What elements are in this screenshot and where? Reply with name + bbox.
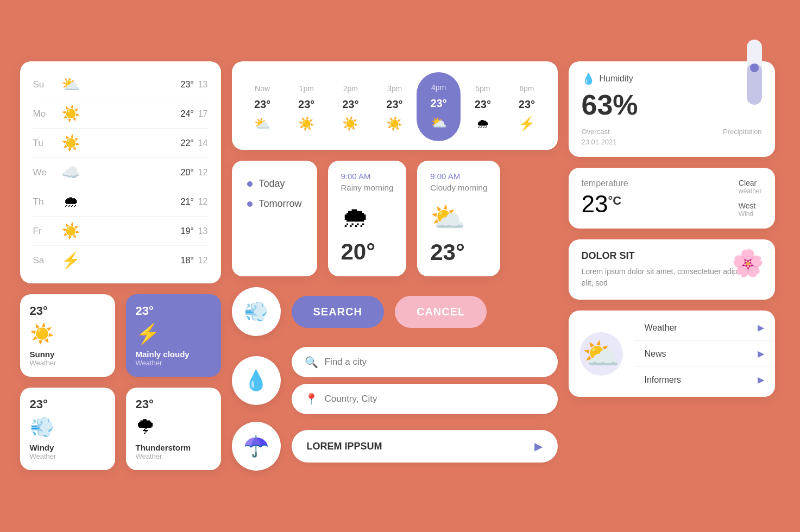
temp-low: 12 — [198, 168, 208, 178]
day-label: Tu — [33, 138, 58, 149]
cloudy-type: Mainly cloudy — [136, 350, 211, 359]
thunder-type: Thunderstorm — [136, 443, 211, 452]
temp-high: 20° — [181, 168, 194, 178]
hour-icon: ⛅ — [431, 115, 447, 130]
rainy-icon: 🌧 — [341, 201, 394, 233]
weather-icon: ☀️ — [58, 134, 85, 152]
wind-sub: Wind — [739, 210, 762, 218]
tomorrow-dot — [247, 201, 253, 207]
city-search-input[interactable] — [325, 357, 545, 368]
weekly-row: Mo ☀️ 24° 17 — [33, 99, 208, 129]
weekly-row: Th 🌧 21° 12 — [33, 187, 208, 217]
temp-high: 18° — [181, 256, 194, 265]
windy-type: Windy — [30, 443, 105, 452]
hour-icon: ☀️ — [342, 116, 358, 131]
temp-range: 18° 12 — [181, 256, 208, 265]
today-tab[interactable]: Today — [247, 174, 302, 194]
menu-card: ⛅ Weather ▶ News ▶ Informers ▶ — [569, 311, 775, 397]
hour-temp: 23° — [431, 97, 447, 110]
temp-range: 19° 13 — [181, 226, 208, 236]
temp-wind: West Wind — [739, 201, 762, 218]
hour-item[interactable]: 4pm 23° ⛅ — [417, 72, 461, 141]
temp-value: 23 — [582, 191, 608, 218]
humidity-bar — [747, 40, 762, 105]
sunny-icon: ☀️ — [30, 322, 105, 345]
location-input[interactable] — [325, 394, 545, 404]
location-input-wrap: 📍 — [292, 384, 558, 414]
menu-arrow-icon: ▶ — [758, 322, 764, 333]
weather-icon: ☀️ — [58, 222, 85, 240]
hour-label: 2pm — [343, 84, 358, 93]
mainly-cloudy-card: 23° ⚡ Mainly cloudy Weather — [126, 294, 221, 377]
hour-temp: 23° — [386, 98, 402, 111]
temp-low: 14 — [198, 138, 208, 148]
humidity-drop-icon: 💧 — [582, 72, 595, 85]
temp-main: temperature 23 °C — [582, 179, 728, 218]
cloudy-desc: Cloudy morning — [430, 183, 487, 192]
umbrella-button[interactable]: ☂️ — [232, 422, 281, 471]
temp-range: 23° 13 — [181, 80, 208, 90]
hour-label: Now — [255, 84, 270, 93]
temp-high: 23° — [181, 80, 194, 90]
arrow-icon: ▶ — [534, 440, 543, 453]
menu-item[interactable]: Informers ▶ — [634, 367, 775, 392]
temp-high: 24° — [181, 109, 194, 119]
hour-item[interactable]: Now 23° ⛅ — [241, 77, 285, 139]
humidity-percentage: 63% — [582, 88, 762, 121]
search-inputs-section: 💧 🔍 📍 ☂️ LOREM IPPSUM — [232, 347, 558, 471]
hour-temp: 23° — [298, 98, 314, 111]
weekly-forecast-card: Su ⛅ 23° 13 Mo ☀️ 24° 17 Tu ☀️ 22° 14 We… — [20, 61, 221, 283]
sunny-type: Sunny — [30, 350, 105, 359]
hour-temp: 23° — [519, 98, 535, 111]
location-icon: 📍 — [305, 392, 318, 406]
main-canvas: Su ⛅ 23° 13 Mo ☀️ 24° 17 Tu ☀️ 22° 14 We… — [20, 61, 780, 471]
temp-range: 20° 12 — [181, 168, 208, 178]
temp-high: 21° — [181, 197, 194, 207]
cloudy-morning-card: 9:00 AM Cloudy morning ⛅ 23° — [417, 161, 500, 276]
lorem-label: LOREM IPPSUM — [307, 441, 382, 452]
humidity-fill — [747, 64, 762, 105]
humidity-card: 💧 Humidity 63% Overcast Precipitation 23… — [569, 61, 775, 157]
weather-icon: 🌧 — [58, 193, 85, 211]
temp-clear: Clear weather — [739, 179, 762, 195]
temp-low: 13 — [198, 226, 208, 236]
hour-item[interactable]: 6pm 23° ⚡ — [505, 77, 549, 139]
dolor-sit-card: 🌸 DOLOR SIT Lorem ipsum dolor sit amet, … — [569, 239, 775, 300]
temp-label: temperature — [582, 179, 728, 188]
cloudy-sub: Weather — [136, 359, 211, 367]
hour-temp: 23° — [475, 98, 491, 111]
rainy-time: 9:00 AM — [341, 172, 394, 181]
rain-button[interactable]: 💧 — [232, 356, 281, 405]
day-label: Sa — [33, 255, 58, 266]
hour-icon: ⛅ — [254, 116, 270, 131]
cloudy-icon: ⛅ — [430, 201, 487, 234]
menu-arrow-icon: ▶ — [758, 375, 764, 385]
temp-low: 17 — [198, 109, 208, 119]
wind-button[interactable]: 💨 — [232, 287, 281, 336]
windy-card: 23° 💨 Windy Weather — [20, 388, 115, 470]
menu-item[interactable]: News ▶ — [634, 341, 775, 367]
clear-sub: weather — [739, 187, 762, 195]
hour-item[interactable]: 2pm 23° ☀️ — [329, 77, 373, 139]
menu-cloud-icon: ⛅ — [582, 336, 620, 372]
cloudy-time: 9:00 AM — [430, 172, 487, 181]
lorem-button[interactable]: LOREM IPPSUM ▶ — [292, 430, 558, 463]
col-left: Su ⛅ 23° 13 Mo ☀️ 24° 17 Tu ☀️ 22° 14 We… — [20, 61, 221, 471]
hour-item[interactable]: 5pm 23° 🌧 — [461, 77, 505, 139]
menu-item[interactable]: Weather ▶ — [634, 315, 775, 341]
search-button[interactable]: SEARCH — [292, 296, 384, 328]
cloudy-icon: ⚡ — [136, 322, 211, 345]
hourly-strip-card: Now 23° ⛅ 1pm 23° ☀️ 2pm 23° ☀️ 3pm 23° … — [232, 61, 558, 150]
today-label: Today — [259, 178, 285, 189]
hour-icon: ⚡ — [519, 116, 535, 131]
mid-row2: Today Tomorrow 9:00 AM Rainy morning 🌧 2… — [232, 161, 558, 276]
hour-item[interactable]: 3pm 23° ☀️ — [373, 77, 417, 139]
mid-row3: 💨 SEARCH CANCEL — [232, 287, 558, 336]
tomorrow-tab[interactable]: Tomorrow — [247, 194, 302, 214]
temp-range: 21° 12 — [181, 197, 208, 207]
menu-item-label: Weather — [645, 323, 677, 333]
thunderstorm-card: 23° 🌩 Thunderstorm Weather — [126, 388, 221, 470]
cancel-button[interactable]: CANCEL — [395, 296, 487, 328]
hour-item[interactable]: 1pm 23° ☀️ — [285, 77, 329, 139]
clear-label: Clear — [739, 179, 762, 187]
